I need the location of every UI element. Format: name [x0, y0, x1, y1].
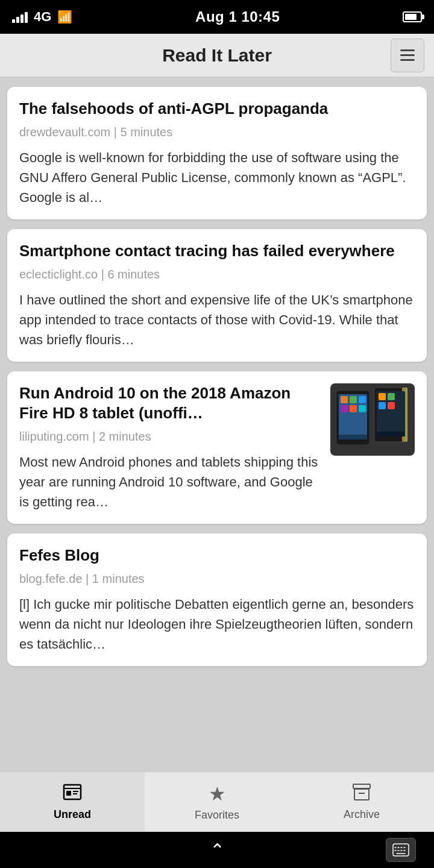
- article-card-3[interactable]: Run Android 10 on the 2018 Amazon Fire H…: [7, 371, 427, 524]
- article-title-2: Smartphone contact tracing has failed ev…: [19, 241, 415, 262]
- carrier-label: 4G: [34, 9, 51, 25]
- svg-rect-16: [379, 402, 386, 409]
- article-text-3: Run Android 10 on the 2018 Amazon Fire H…: [19, 383, 321, 512]
- tablet-svg: [333, 385, 412, 454]
- android-up-chevron[interactable]: ⌃: [210, 840, 225, 861]
- unread-icon: [63, 784, 82, 805]
- svg-rect-8: [339, 435, 367, 439]
- svg-rect-27: [393, 844, 409, 856]
- article-readtime-4: 1 minutes: [92, 572, 145, 585]
- svg-rect-24: [353, 784, 370, 788]
- article-readtime-3: 2 minutes: [99, 430, 151, 443]
- android-system-bar: ⌃: [0, 832, 434, 868]
- nav-tab-favorites[interactable]: ★ Favorites: [145, 772, 289, 832]
- article-excerpt-4: [l] Ich gucke mir politische Debatten ei…: [19, 594, 415, 654]
- article-meta-2: eclecticlight.co | 6 minutes: [19, 268, 415, 281]
- clock: Aug 1 10:45: [195, 8, 280, 25]
- article-separator-4: |: [86, 572, 92, 585]
- signal-icon: [12, 11, 28, 23]
- archive-icon: [353, 784, 371, 805]
- article-excerpt-3: Most new Android phones and tablets ship…: [19, 452, 321, 512]
- article-source-1: drewdevault.com: [19, 125, 110, 139]
- svg-rect-6: [350, 405, 357, 412]
- article-thumbnail-3: [330, 383, 415, 456]
- svg-rect-17: [388, 402, 395, 409]
- articles-list: The falsehoods of anti-AGPL propaganda d…: [0, 77, 434, 744]
- nav-tab-favorites-label: Favorites: [195, 809, 239, 822]
- nav-tab-archive[interactable]: Archive: [289, 772, 434, 832]
- article-meta-4: blog.fefe.de | 1 minutes: [19, 572, 415, 586]
- article-with-image-3: Run Android 10 on the 2018 Amazon Fire H…: [19, 383, 415, 512]
- nav-tab-unread-label: Unread: [54, 808, 91, 821]
- article-separator-2: |: [101, 268, 108, 281]
- nav-tab-archive-label: Archive: [344, 808, 380, 821]
- svg-rect-3: [350, 396, 357, 403]
- wifi-icon: 📶: [57, 10, 72, 24]
- article-card-4[interactable]: Fefes Blog blog.fefe.de | 1 minutes [l] …: [7, 533, 427, 666]
- status-bar: 4G 📶 Aug 1 10:45: [0, 0, 434, 34]
- article-source-4: blog.fefe.de: [19, 572, 83, 585]
- svg-rect-5: [341, 405, 348, 412]
- article-separator-1: |: [114, 125, 121, 139]
- svg-rect-7: [359, 405, 366, 412]
- svg-rect-25: [354, 789, 369, 800]
- svg-rect-21: [66, 791, 71, 796]
- battery-icon: [403, 11, 422, 22]
- article-title-1: The falsehoods of anti-AGPL propaganda: [19, 99, 415, 119]
- favorites-icon: ★: [209, 782, 226, 805]
- status-left: 4G 📶: [12, 9, 72, 25]
- article-excerpt-2: I have outlined the short and expensive …: [19, 290, 415, 350]
- article-separator-3: |: [92, 430, 99, 443]
- article-title-3: Run Android 10 on the 2018 Amazon Fire H…: [19, 383, 321, 424]
- article-meta-1: drewdevault.com | 5 minutes: [19, 125, 415, 139]
- article-source-3: liliputing.com: [19, 430, 89, 443]
- nav-tab-unread[interactable]: Unread: [0, 772, 145, 832]
- article-title-4: Fefes Blog: [19, 546, 415, 566]
- svg-rect-18: [377, 432, 405, 436]
- svg-rect-15: [388, 393, 395, 400]
- svg-rect-14: [379, 393, 386, 400]
- app-header: Read It Later: [0, 34, 434, 77]
- page-title: Read It Later: [162, 45, 272, 66]
- article-source-2: eclecticlight.co: [19, 268, 98, 281]
- android-keyboard-button[interactable]: [386, 838, 416, 862]
- hamburger-icon: [400, 49, 415, 61]
- article-excerpt-1: Google is well-known for forbidding the …: [19, 148, 415, 207]
- svg-rect-2: [341, 396, 348, 403]
- svg-rect-10: [406, 388, 407, 442]
- article-meta-3: liliputing.com | 2 minutes: [19, 430, 321, 444]
- svg-rect-4: [359, 396, 366, 403]
- bottom-nav: Unread ★ Favorites Archive: [0, 772, 434, 832]
- menu-button[interactable]: [391, 39, 424, 72]
- article-readtime-2: 6 minutes: [107, 268, 160, 281]
- article-card-1[interactable]: The falsehoods of anti-AGPL propaganda d…: [7, 87, 427, 219]
- article-card-2[interactable]: Smartphone contact tracing has failed ev…: [7, 229, 427, 362]
- article-readtime-1: 5 minutes: [121, 125, 173, 139]
